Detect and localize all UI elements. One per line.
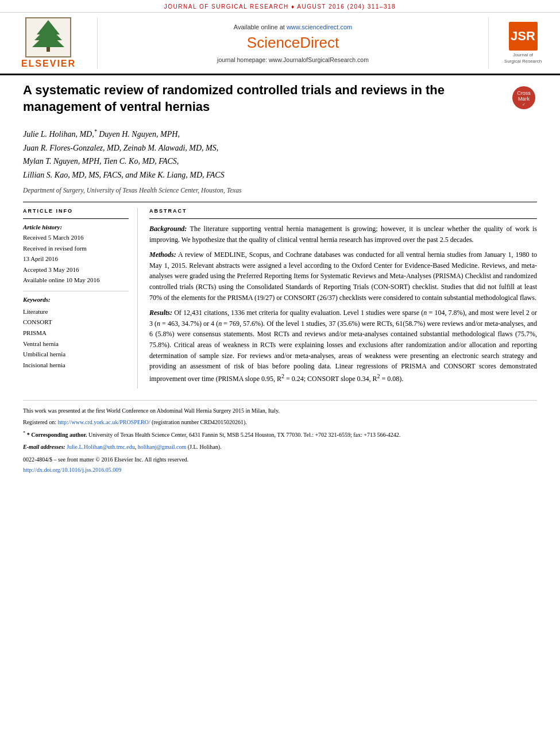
svg-text:✓: ✓ <box>522 102 526 106</box>
svg-text:Mark: Mark <box>518 96 530 102</box>
article-title-section: A systematic review of randomized contro… <box>23 82 537 120</box>
registration-text: (registration number CRD42015020261). <box>152 419 247 425</box>
footer-note2: Registered on: http://www.crd.york.ac.uk… <box>23 418 537 427</box>
email2-link[interactable]: holihanj@gmail.com <box>138 444 186 450</box>
journal-homepage-text: journal homepage: www.JournalofSurgicalR… <box>217 56 369 63</box>
accepted-date: Accepted 3 May 2016 <box>23 265 129 275</box>
abstract-divider <box>149 218 537 219</box>
keyword-ventral-hernia: Ventral hernia <box>23 339 129 349</box>
publisher-header: ELSEVIER Available online at www.science… <box>0 13 560 75</box>
affiliation: Department of Surgery, University of Tex… <box>23 187 537 194</box>
received-date: Received 5 March 2016 <box>23 233 129 243</box>
background-text: The literature supporting ventral hernia… <box>149 225 537 244</box>
revised-label: Received in revised form <box>23 244 129 253</box>
abstract-background: Background: The literature supporting ve… <box>149 224 537 245</box>
journal-header-text: JOURNAL OF SURGICAL RESEARCH ♦ AUGUST 20… <box>164 3 396 10</box>
svg-text:Cross: Cross <box>517 90 531 96</box>
doi-link[interactable]: http://dx.doi.org/10.1016/j.jss.2016.05.… <box>23 467 121 473</box>
keywords-list: Literature CONSORT PRISMA Ventral hernia… <box>23 306 129 371</box>
methods-text: A review of MEDLINE, Scopus, and Cochran… <box>149 251 537 301</box>
jsr-logo-badge: JSR <box>509 22 538 51</box>
elsevier-name: ELSEVIER <box>21 59 76 69</box>
copyright-line: 0022-4804/$ – see front matter © 2016 El… <box>23 455 537 464</box>
abstract-column: ABSTRACT Background: The literature supp… <box>149 208 537 389</box>
crossmark-icon[interactable]: Cross Mark ✓ <box>511 85 537 111</box>
sciencedirect-logo: ScienceDirect <box>247 34 339 52</box>
footer-section: This work was presented at the first Wor… <box>23 400 537 474</box>
authors-text: Julie L. Holihan, MD,* Duyen H. Nguyen, … <box>23 130 225 179</box>
revised-date: 13 April 2016 <box>23 254 129 264</box>
keyword-umbilical-hernia: Umbilical hernia <box>23 349 129 360</box>
two-column-layout: ARTICLE INFO Article history: Received 5… <box>23 202 537 389</box>
main-content: A systematic review of randomized contro… <box>0 75 560 486</box>
abstract-results: Results: Of 12,431 citations, 1336 met c… <box>149 307 537 384</box>
doi-line[interactable]: http://dx.doi.org/10.1016/j.jss.2016.05.… <box>23 466 537 475</box>
elsevier-tree-icon <box>25 17 71 57</box>
keywords-label: Keywords: <box>23 296 129 303</box>
abstract-methods: Methods: A review of MEDLINE, Scopus, an… <box>149 249 537 303</box>
article-history-label: Article history: <box>23 224 129 230</box>
email-note-text: (J.L. Holihan). <box>188 444 222 450</box>
jsr-full-name: Journal ofSurgical Research <box>504 52 542 64</box>
corresponding-note: * * Corresponding author. University of … <box>23 429 537 440</box>
elsevier-logo: ELSEVIER <box>21 17 76 69</box>
jsr-logo-section: JSR Journal ofSurgical Research <box>488 17 551 69</box>
keyword-prisma: PRISMA <box>23 328 129 339</box>
journal-info-center: Available online at www.sciencedirect.co… <box>98 17 488 69</box>
results-text: Of 12,431 citations, 1336 met criteria f… <box>149 309 537 383</box>
keywords-divider <box>23 291 129 291</box>
sd-url[interactable]: www.sciencedirect.com <box>287 24 352 30</box>
article-info-divider <box>23 218 129 219</box>
available-date: Available online 10 May 2016 <box>23 275 129 285</box>
email-note: E-mail addresses: Julie.L.Holihan@uth.tm… <box>23 443 537 452</box>
article-info-heading: ARTICLE INFO <box>23 208 129 214</box>
footer-note1: This work was presented at the first Wor… <box>23 406 537 416</box>
keyword-consort: CONSORT <box>23 317 129 328</box>
article-title: A systematic review of randomized contro… <box>23 82 503 115</box>
keyword-literature: Literature <box>23 306 129 317</box>
prospero-link[interactable]: http://www.crd.york.ac.uk/PROSPERO/ <box>58 419 150 425</box>
email1-link[interactable]: Julie.L.Holihan@uth.tmc.edu <box>67 444 135 450</box>
keyword-incisional-hernia: Incisional hernia <box>23 360 129 371</box>
abstract-heading: ABSTRACT <box>149 208 537 214</box>
available-text: Available online at www.sciencedirect.co… <box>234 24 352 30</box>
elsevier-logo-section: ELSEVIER <box>6 17 98 69</box>
article-info-column: ARTICLE INFO Article history: Received 5… <box>23 208 138 389</box>
journal-header-bar: JOURNAL OF SURGICAL RESEARCH ♦ AUGUST 20… <box>0 0 560 13</box>
authors: Julie L. Holihan, MD,* Duyen H. Nguyen, … <box>23 126 537 182</box>
